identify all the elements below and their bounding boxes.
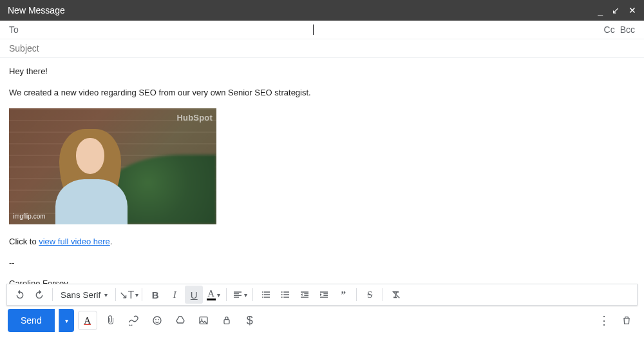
insert-emoji-button[interactable]: [147, 311, 167, 330]
svg-point-0: [281, 291, 283, 293]
chevron-down-icon: ▾: [244, 291, 247, 299]
format-toolbar: Sans Serif ▾ ↘T ▾ B I U A ▾ ▾ ” S: [6, 284, 638, 306]
insert-photo-button[interactable]: [194, 311, 213, 330]
cta-prefix: Click to: [9, 237, 39, 246]
attach-file-button[interactable]: [101, 311, 120, 330]
strikethrough-button[interactable]: S: [361, 286, 379, 304]
insert-drive-button[interactable]: [171, 311, 190, 330]
undo-button[interactable]: [11, 286, 29, 304]
compose-body[interactable]: Hey there! We created a new video regard…: [0, 58, 644, 284]
indent-more-button[interactable]: [315, 286, 333, 304]
bulleted-list-icon: [280, 289, 290, 300]
indent-more-icon: [319, 289, 329, 300]
video-link[interactable]: view full video here: [39, 237, 110, 246]
chevron-down-icon: ▾: [217, 291, 220, 299]
font-family-select[interactable]: Sans Serif ▾: [57, 290, 111, 300]
indent-less-button[interactable]: [296, 286, 314, 304]
svg-point-5: [158, 319, 159, 320]
send-options-button[interactable]: ▾: [59, 309, 74, 332]
text-color-button[interactable]: A ▾: [204, 286, 222, 304]
svg-rect-8: [224, 320, 229, 324]
font-size-button[interactable]: ↘T ▾: [120, 286, 138, 304]
video-thumbnail[interactable]: HubSpot imgflip.com: [9, 108, 216, 224]
link-icon: [129, 315, 139, 326]
body-cta: Click to view full video here.: [9, 236, 635, 248]
svg-point-4: [155, 319, 156, 320]
window-title: New Message: [8, 5, 65, 15]
remove-formatting-button[interactable]: [387, 286, 405, 304]
align-left-icon: [232, 289, 243, 300]
indent-less-icon: [299, 289, 310, 300]
popout-icon[interactable]: ↙: [612, 6, 620, 15]
chevron-down-icon: ▾: [104, 291, 108, 299]
paperclip-icon: [106, 315, 116, 326]
svg-point-2: [281, 297, 283, 298]
drive-icon: [175, 315, 185, 326]
source-watermark: imgflip.com: [13, 212, 46, 222]
italic-button[interactable]: I: [166, 286, 184, 304]
bcc-button[interactable]: Bcc: [620, 24, 635, 35]
action-bar: Send ▾ A $ ⋮: [0, 306, 644, 335]
image-icon: [198, 315, 209, 326]
bold-button[interactable]: B: [146, 286, 164, 304]
undo-icon: [15, 289, 25, 300]
bulleted-list-button[interactable]: [276, 286, 294, 304]
body-line1: We created a new video regarding SEO fro…: [9, 87, 635, 99]
brand-watermark: HubSpot: [176, 112, 213, 124]
quote-button[interactable]: ”: [334, 286, 352, 304]
signature-separator: --: [9, 257, 635, 270]
body-greeting: Hey there!: [9, 66, 635, 78]
signature-name: Caroline Forsey: [9, 278, 635, 284]
cc-button[interactable]: Cc: [604, 24, 615, 35]
svg-point-1: [281, 294, 283, 295]
insert-link-button[interactable]: [124, 311, 144, 330]
to-input[interactable]: [23, 24, 312, 35]
formatting-options-button[interactable]: A: [78, 311, 97, 330]
font-size-icon: ↘T: [119, 289, 134, 301]
redo-icon: [34, 289, 44, 300]
text-color-icon: A: [207, 289, 216, 300]
chevron-down-icon: ▾: [135, 291, 138, 299]
cta-suffix: .: [110, 237, 113, 246]
subject-input[interactable]: [9, 43, 635, 54]
font-family-label: Sans Serif: [61, 290, 100, 300]
more-options-button[interactable]: ⋮: [594, 311, 613, 330]
close-icon[interactable]: ✕: [629, 6, 636, 15]
send-button[interactable]: Send: [8, 309, 55, 332]
underline-button[interactable]: U: [185, 286, 203, 304]
lock-clock-icon: [222, 315, 232, 326]
numbered-list-icon: [261, 289, 271, 300]
text-cursor: [313, 24, 314, 35]
confidential-mode-button[interactable]: [217, 311, 236, 330]
clear-format-icon: [391, 289, 401, 300]
svg-point-7: [201, 318, 202, 320]
emoji-icon: [152, 315, 162, 326]
svg-point-3: [153, 317, 161, 324]
redo-button[interactable]: [30, 286, 48, 304]
numbered-list-button[interactable]: [257, 286, 275, 304]
insert-money-button[interactable]: $: [240, 311, 260, 330]
align-button[interactable]: ▾: [231, 286, 249, 304]
minimize-icon[interactable]: _: [598, 6, 603, 15]
discard-draft-button[interactable]: [617, 311, 636, 330]
trash-icon: [621, 315, 632, 326]
to-label: To: [9, 24, 19, 35]
